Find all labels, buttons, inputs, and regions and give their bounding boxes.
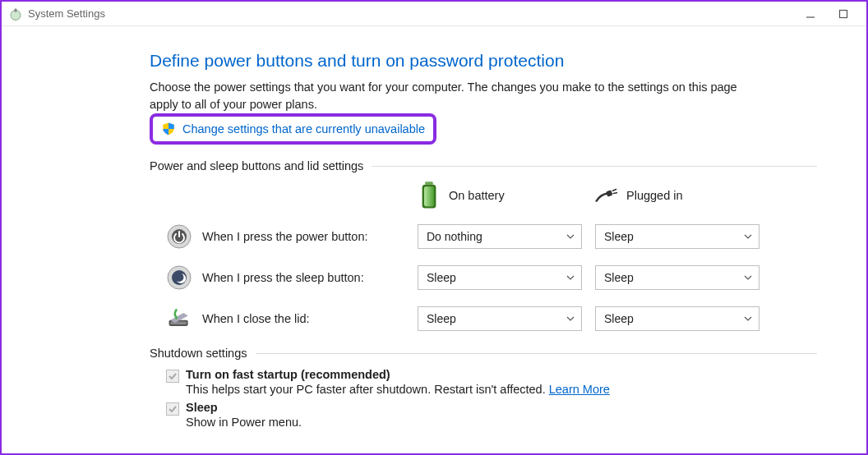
- sleep-item: Sleep Show in Power menu.: [166, 401, 817, 429]
- chevron-down-icon: [744, 234, 752, 239]
- svg-rect-7: [424, 186, 434, 206]
- fast-startup-item: Turn on fast startup (recommended) This …: [166, 368, 817, 396]
- sleep-button-battery-value: Sleep: [427, 271, 456, 284]
- change-unavailable-link[interactable]: Change settings that are currently unava…: [182, 122, 425, 136]
- lid-close-icon: [166, 306, 192, 332]
- check-icon: [168, 404, 178, 414]
- chevron-down-icon: [744, 316, 752, 321]
- section-shutdown-header: Shutdown settings: [150, 347, 817, 360]
- row-lid: When I close the lid: Sleep Sleep: [166, 306, 817, 332]
- minimize-button[interactable]: [794, 2, 827, 25]
- page-heading: Define power buttons and turn on passwor…: [150, 51, 817, 71]
- sleep-button-battery-select[interactable]: Sleep: [418, 265, 582, 290]
- window-title: System Settings: [28, 7, 105, 20]
- app-icon: [8, 7, 23, 21]
- power-button-plugged-select[interactable]: Sleep: [595, 224, 760, 249]
- maximize-button[interactable]: [827, 2, 860, 25]
- lid-battery-value: Sleep: [427, 312, 456, 325]
- uac-shield-icon: [161, 122, 176, 136]
- svg-line-9: [612, 190, 616, 191]
- elevate-link-highlight: Change settings that are currently unava…: [150, 113, 436, 145]
- svg-rect-4: [425, 182, 433, 185]
- lid-battery-select[interactable]: Sleep: [418, 306, 582, 331]
- sleep-button-plugged-value: Sleep: [604, 271, 634, 284]
- chevron-down-icon: [566, 316, 575, 321]
- content-area: Define power buttons and turn on passwor…: [2, 26, 866, 429]
- chevron-down-icon: [566, 234, 575, 239]
- battery-icon: [418, 181, 441, 210]
- fast-startup-desc-text: This helps start your PC faster after sh…: [186, 383, 549, 396]
- row-sleep-button: When I press the sleep button: Sleep Sle…: [166, 264, 817, 291]
- power-button-plugged-value: Sleep: [604, 230, 634, 243]
- fast-startup-desc: This helps start your PC faster after sh…: [186, 383, 610, 396]
- fast-startup-title: Turn on fast startup (recommended): [186, 368, 610, 381]
- sleep-title: Sleep: [186, 401, 302, 414]
- page-intro: Choose the power settings that you want …: [150, 79, 750, 113]
- power-button-battery-select[interactable]: Do nothing: [418, 224, 582, 249]
- sleep-button-plugged-select[interactable]: Sleep: [595, 265, 760, 290]
- chevron-down-icon: [566, 275, 575, 280]
- sleep-desc: Show in Power menu.: [186, 416, 302, 429]
- svg-rect-16: [170, 322, 187, 325]
- row-sleep-button-label: When I press the sleep button:: [202, 271, 364, 284]
- row-power-button-label: When I press the power button:: [202, 230, 368, 243]
- sleep-button-icon: [166, 264, 192, 291]
- col-plugged-in-label: Plugged in: [626, 189, 683, 202]
- svg-rect-8: [606, 190, 612, 196]
- svg-rect-1: [15, 8, 17, 12]
- fast-startup-checkbox[interactable]: [166, 370, 179, 383]
- power-button-battery-value: Do nothing: [427, 230, 482, 243]
- section-shutdown-title: Shutdown settings: [150, 347, 247, 360]
- lid-plugged-select[interactable]: Sleep: [595, 306, 760, 331]
- column-headers: On battery Plugged in: [166, 181, 817, 210]
- divider: [372, 166, 817, 167]
- section-power-sleep-header: Power and sleep buttons and lid settings: [150, 159, 817, 172]
- col-on-battery-label: On battery: [449, 189, 505, 202]
- svg-line-10: [613, 193, 616, 194]
- power-button-icon: [166, 223, 192, 250]
- plug-icon: [595, 181, 618, 210]
- titlebar: System Settings: [2, 2, 866, 26]
- col-on-battery: On battery: [418, 181, 582, 210]
- check-icon: [168, 371, 178, 381]
- divider: [256, 353, 818, 354]
- svg-rect-3: [840, 10, 847, 17]
- chevron-down-icon: [744, 275, 752, 280]
- sleep-checkbox[interactable]: [166, 402, 179, 416]
- row-power-button: When I press the power button: Do nothin…: [166, 223, 817, 250]
- lid-plugged-value: Sleep: [604, 312, 634, 325]
- section-power-sleep-title: Power and sleep buttons and lid settings: [150, 159, 363, 172]
- col-plugged-in: Plugged in: [595, 181, 760, 210]
- learn-more-link[interactable]: Learn More: [549, 383, 610, 396]
- row-lid-label: When I close the lid:: [202, 312, 310, 325]
